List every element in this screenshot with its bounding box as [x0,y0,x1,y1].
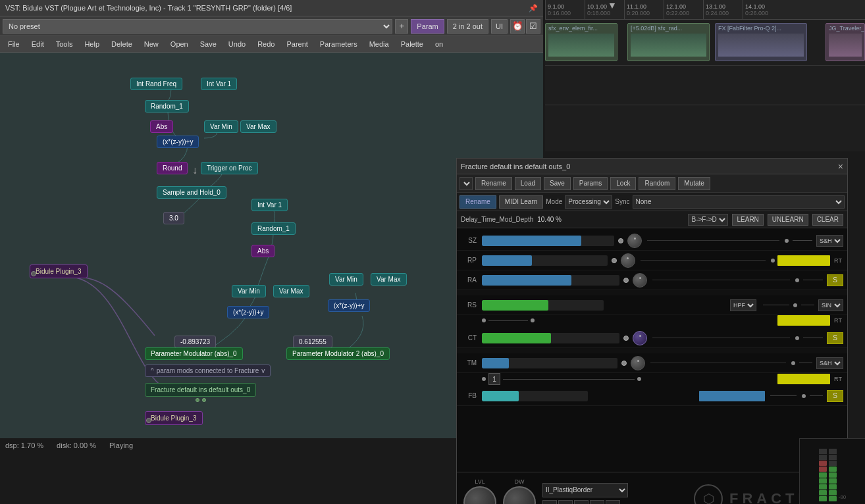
ct-knob[interactable] [633,331,647,345]
param-button[interactable]: Param [411,19,444,34]
rs-hpf-select[interactable]: HPF [730,299,756,311]
rename-button-1[interactable]: Rename [475,177,512,190]
menu-help[interactable]: Help [79,39,105,49]
node-var-max-right[interactable]: Var Max [371,273,407,286]
rename-button-2[interactable]: Rename [459,195,496,209]
rp-knob[interactable] [621,253,635,268]
node-formula-top[interactable]: (x*(z-y))+y [157,136,199,148]
plugin-3-top[interactable]: Bidule Plugin_3 [30,265,88,278]
node-abs-mid[interactable]: Abs [251,245,275,257]
menu-tools[interactable]: Tools [51,39,78,49]
param-mode-select[interactable]: B->F->D [688,214,728,226]
node-formula-mid[interactable]: (x*(z-y))+y [227,306,269,318]
fracture-close-button[interactable]: × [838,161,843,172]
rs-sin-select[interactable]: SIN [818,299,843,311]
node-int-rand-freq[interactable]: Int Rand Freq [130,78,182,90]
ct-s-tag[interactable]: S [827,332,843,344]
pin-button[interactable]: 📌 [529,4,538,13]
menu-parent[interactable]: Parent [281,39,313,49]
sz-sh-select[interactable]: S&H [816,235,843,247]
node-var-min-mid[interactable]: Var Min [232,285,266,297]
node-int-var-1-mid[interactable]: Int Var 1 [251,199,288,211]
fracture-content[interactable]: SZ S&H RP RT [457,228,847,472]
ra-slider[interactable] [482,275,619,286]
node-trigger-on-proc[interactable]: Trigger on Proc [201,162,258,174]
nav-l-button[interactable]: L [590,500,604,505]
clock-button[interactable]: ⏰ [510,19,525,34]
menu-new[interactable]: New [139,39,164,49]
learn-button[interactable]: LEARN [732,214,763,226]
menu-save[interactable]: Save [195,39,222,49]
lvl-knob[interactable] [463,486,496,505]
node-random-1-mid[interactable]: Random_1 [251,222,296,235]
dw-knob[interactable] [503,486,536,505]
fb-s-tag[interactable]: S [827,390,843,402]
rp-slider[interactable] [482,255,608,266]
menu-file[interactable]: File [3,39,25,49]
track-clip-2[interactable]: [+5.02dB] sfx_rad... [627,23,710,61]
node-abs-top[interactable]: Abs [150,120,173,133]
lock-button[interactable]: Lock [610,177,636,190]
menu-palette[interactable]: Palette [396,39,429,49]
check-button[interactable]: ☑ [526,19,540,34]
ct-slider[interactable] [482,333,619,343]
timeline-tracks[interactable]: sfx_env_elem_fir... [+5.02dB] sfx_rad...… [545,20,865,151]
params-button[interactable]: Params [573,177,608,190]
clear-button[interactable]: CLEAR [812,214,843,226]
mutate-button[interactable]: Mutate [678,177,710,190]
track-clip-4[interactable]: JG_Traveler_B [826,23,865,61]
sz-knob[interactable] [627,234,642,248]
io-button[interactable]: 2 in 2 out [447,19,488,34]
ui-button[interactable]: UI [491,19,508,34]
node-param-mod-2[interactable]: Parameter Modulator 2 (abs)_0 [286,347,390,360]
ra-knob[interactable] [633,273,647,288]
tm-step-1[interactable]: 1 [488,373,500,385]
menu-redo[interactable]: Redo [252,39,280,49]
sync-select[interactable]: None [633,195,845,209]
node-var-max-top[interactable]: Var Max [240,120,276,133]
node-round[interactable]: Round [157,162,188,174]
fracture-node-box[interactable]: Fracture default ins default outs_0 [145,383,256,402]
rs-slider[interactable] [482,300,604,311]
load-button[interactable]: Load [515,177,541,190]
node-param-mod-1[interactable]: Parameter Modulator (abs)_0 [145,347,243,360]
tm-slider[interactable] [482,358,617,368]
preset-add-button[interactable]: + [395,19,408,34]
tm-knob[interactable] [631,356,645,370]
node-val-3[interactable]: 3.0 [163,212,184,224]
node-int-var-1-top[interactable]: Int Var 1 [201,78,237,90]
node-random-1-top[interactable]: Random_1 [145,100,189,113]
nav-s-button[interactable]: S [574,500,589,505]
node-sample-hold[interactable]: Sample and Hold_0 [157,186,226,199]
fb-slider[interactable] [482,391,588,401]
plugin-3-bot[interactable]: Bidule Plugin_3 [145,411,203,425]
menu-delete[interactable]: Delete [106,39,138,49]
midi-learn-button[interactable]: MIDI Learn [499,195,543,209]
menu-edit[interactable]: Edit [26,39,49,49]
menu-undo[interactable]: Undo [223,39,251,49]
node-var-min-top[interactable]: Var Min [204,120,238,133]
node-val-pos[interactable]: 0.612555 [293,336,332,348]
node-var-min-right[interactable]: Var Min [329,273,363,286]
menu-open[interactable]: Open [165,39,194,49]
track-clip-3[interactable]: FX [FabFilter Pro-Q 2]... [715,23,807,61]
menu-parameters[interactable]: Parameters [315,39,363,49]
ra-s-tag[interactable]: S [827,274,843,286]
sz-slider[interactable] [482,236,614,246]
unlearn-button[interactable]: UNLEARN [768,214,808,226]
preset-select[interactable]: No preset [3,19,392,34]
node-val-neg[interactable]: -0.893723 [174,336,216,348]
nav-prev-button[interactable]: < [542,500,557,505]
random-button[interactable]: Random [639,177,675,190]
nav-next-button[interactable]: > [558,500,573,505]
track-clip-1[interactable]: sfx_env_elem_fir... [545,23,617,61]
save-button[interactable]: Save [544,177,571,190]
tm-sh-select[interactable]: S&H [816,357,843,369]
menu-media[interactable]: Media [364,39,394,49]
nav-help-button[interactable]: ? [606,500,620,505]
mode-select[interactable]: Processing [565,195,612,209]
node-formula-right[interactable]: (x*(z-y))+y [328,299,370,312]
fracture-preset-select[interactable]: II_PlastiqBorder [542,483,628,497]
fracture-preset-dropdown[interactable] [459,177,473,190]
node-var-max-mid[interactable]: Var Max [273,285,309,297]
